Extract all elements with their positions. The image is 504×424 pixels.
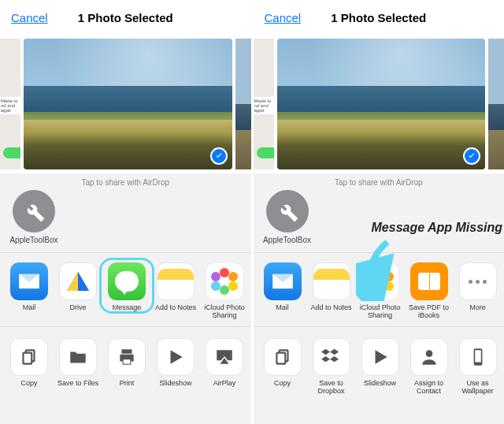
- share-icloud[interactable]: iCloud Photo Sharing: [200, 262, 249, 320]
- airdrop-contact[interactable]: AppleToolBox: [260, 190, 315, 244]
- ibooks-icon: [410, 262, 448, 300]
- airdrop-contact[interactable]: AppleToolBox: [6, 190, 61, 244]
- action-row[interactable]: Copy Save to Dropbox Slideshow Assign to…: [254, 327, 505, 407]
- checkmark-icon: [463, 147, 480, 165]
- photos-icon: [361, 262, 399, 300]
- airplay-icon: [206, 338, 243, 376]
- action-copy[interactable]: Copy: [258, 338, 307, 396]
- svg-rect-8: [277, 353, 284, 363]
- annotation-text: Message App Missing: [372, 221, 503, 235]
- svg-rect-4: [124, 359, 131, 363]
- action-dropbox[interactable]: Save to Dropbox: [307, 338, 356, 396]
- share-mail[interactable]: Mail: [258, 262, 307, 320]
- label: Print: [120, 380, 135, 388]
- share-notes[interactable]: Add to Notes: [307, 262, 356, 320]
- play-icon: [361, 338, 399, 376]
- phone-icon: [459, 338, 497, 376]
- share-message[interactable]: Message: [102, 262, 151, 320]
- photo-carousel[interactable]: Made tond andagair: [254, 35, 505, 173]
- share-ibooks[interactable]: Save PDF to iBooks: [405, 262, 454, 320]
- checkmark-icon: [210, 147, 228, 165]
- airdrop-section: Tap to share with AirDrop AppleToolBox: [0, 173, 251, 253]
- action-airplay[interactable]: AirPlay: [200, 338, 249, 388]
- share-icloud[interactable]: iCloud Photo Sharing: [356, 262, 405, 320]
- label: Assign to Contact: [406, 380, 453, 396]
- folder-icon: [59, 338, 97, 376]
- svg-point-12: [476, 363, 478, 364]
- airdrop-section: Tap to share with AirDrop AppleToolBox: [254, 173, 505, 253]
- thumbnail-next[interactable]: [235, 39, 251, 169]
- label: Slideshow: [364, 380, 396, 388]
- header: Cancel 1 Photo Selected: [0, 0, 251, 35]
- airdrop-contact-label: AppleToolBox: [6, 236, 61, 244]
- svg-point-9: [425, 350, 432, 357]
- label: iCloud Photo Sharing: [357, 304, 404, 320]
- wrench-icon: [266, 190, 309, 232]
- label: Mail: [276, 304, 289, 312]
- label: More: [469, 304, 486, 312]
- label: Add to Notes: [155, 304, 196, 312]
- header: Cancel 1 Photo Selected: [254, 0, 505, 35]
- action-wallpaper[interactable]: Use as Wallpaper: [454, 338, 502, 396]
- airdrop-hint: Tap to share with AirDrop: [0, 178, 251, 187]
- share-notes[interactable]: Add to Notes: [151, 262, 200, 320]
- svg-rect-11: [475, 350, 481, 362]
- selected-photo[interactable]: [24, 39, 232, 169]
- label: Drive: [69, 304, 86, 312]
- photo-carousel[interactable]: Made tond andagair: [0, 35, 251, 173]
- action-slideshow[interactable]: Slideshow: [356, 338, 405, 396]
- thumbnail-prev[interactable]: Made tond andagair: [254, 39, 274, 169]
- label: Mail: [23, 304, 36, 312]
- action-assign[interactable]: Assign to Contact: [405, 338, 454, 396]
- mail-icon: [264, 262, 302, 300]
- airdrop-hint: Tap to share with AirDrop: [254, 178, 505, 187]
- label: Slideshow: [159, 380, 191, 388]
- thumbnail-prev[interactable]: Made tond andagair: [0, 39, 20, 169]
- action-slideshow[interactable]: Slideshow: [151, 338, 200, 388]
- cancel-button[interactable]: Cancel: [11, 11, 48, 24]
- share-sheet-right: Cancel 1 Photo Selected Made tond andaga…: [251, 0, 505, 424]
- notes-icon: [157, 262, 195, 300]
- action-row[interactable]: Copy Save to Files Print Slideshow: [0, 327, 251, 399]
- message-icon: [108, 262, 146, 300]
- label: Use as Wallpaper: [454, 380, 502, 396]
- label: Message: [113, 304, 142, 312]
- print-icon: [108, 338, 146, 376]
- share-more[interactable]: More: [454, 262, 502, 320]
- app-row[interactable]: Mail Drive Message Add to Notes: [0, 253, 251, 327]
- wrench-icon: [13, 190, 55, 232]
- notes-icon: [313, 262, 350, 300]
- share-sheet-left: Cancel 1 Photo Selected Made tond andaga…: [0, 0, 251, 424]
- share-mail[interactable]: Mail: [5, 262, 54, 320]
- airdrop-contact-label: AppleToolBox: [260, 236, 315, 244]
- label: Save PDF to iBooks: [406, 304, 453, 320]
- label: Save to Dropbox: [308, 380, 355, 396]
- label: iCloud Photo Sharing: [201, 304, 248, 320]
- action-copy[interactable]: Copy: [5, 338, 54, 388]
- drive-icon: [59, 262, 97, 300]
- app-row[interactable]: Mail Add to Notes iCloud Photo Sharing S…: [254, 253, 505, 327]
- label: AirPlay: [213, 380, 236, 388]
- more-icon: [459, 262, 497, 300]
- share-drive[interactable]: Drive: [54, 262, 102, 320]
- contact-icon: [410, 338, 448, 376]
- label: Copy: [20, 380, 37, 388]
- mail-icon: [10, 262, 48, 300]
- photos-icon: [206, 262, 243, 300]
- play-icon: [157, 338, 195, 376]
- cancel-button[interactable]: Cancel: [265, 11, 302, 24]
- selected-photo[interactable]: [277, 39, 486, 169]
- copy-icon: [264, 338, 302, 376]
- action-print[interactable]: Print: [102, 338, 151, 388]
- label: Save to Files: [57, 380, 98, 388]
- dropbox-icon: [313, 338, 350, 376]
- action-savefiles[interactable]: Save to Files: [54, 338, 102, 388]
- label: Add to Notes: [310, 304, 351, 312]
- copy-icon: [10, 338, 48, 376]
- svg-rect-3: [24, 353, 32, 363]
- label: Copy: [274, 380, 291, 388]
- thumbnail-next[interactable]: [488, 39, 504, 169]
